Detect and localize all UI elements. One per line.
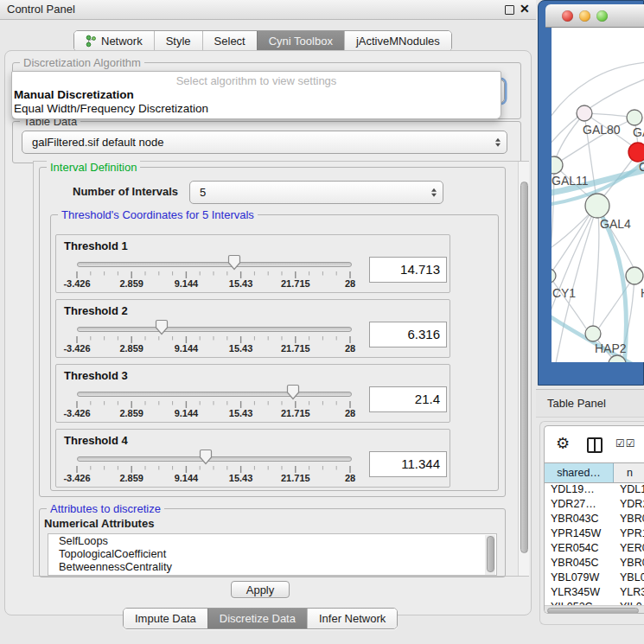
network-node-gal4[interactable] xyxy=(585,194,609,218)
top-tab-bar: NetworkStyleSelectCyni ToolboxjActiveMNo… xyxy=(73,30,452,52)
threshold-label: Threshold 1 xyxy=(64,239,128,252)
tab-label: Style xyxy=(166,35,191,48)
slider-tick-label: 2.859 xyxy=(109,278,154,289)
tab-label: Cyni Toolbox xyxy=(269,35,333,48)
numerical-attributes-label: Numerical Attributes xyxy=(44,517,154,530)
slider-tick-label: 21.715 xyxy=(273,278,318,289)
attribute-item-betweennesscentrality[interactable]: BetweennessCentrality xyxy=(48,560,496,573)
slider-thumb[interactable] xyxy=(199,449,213,465)
tab-label: jActiveMNodules xyxy=(356,35,440,48)
attribute-item-topologicalcoefficient[interactable]: TopologicalCoefficient xyxy=(48,547,496,560)
tab-network[interactable]: Network xyxy=(74,31,154,51)
table-row[interactable]: YLR345WYLR3 xyxy=(545,586,644,601)
network-node-h[interactable] xyxy=(626,267,643,284)
bottom-tab-bar: Impute DataDiscretize DataInfer Network xyxy=(123,608,398,629)
tab-label: Impute Data xyxy=(135,612,196,625)
tab-cyni-toolbox[interactable]: Cyni Toolbox xyxy=(257,31,344,51)
tab-label: Network xyxy=(101,35,143,48)
column-layout-icon[interactable] xyxy=(587,437,603,453)
table-data-combo[interactable]: galFiltered.sif default node xyxy=(22,131,507,154)
panel-title: Control Panel xyxy=(7,3,75,16)
cell-shared-name: YER054C xyxy=(545,542,613,557)
slider-tick-label: 28 xyxy=(328,473,373,483)
network-node-hap2[interactable] xyxy=(585,326,601,341)
threshold-panel-2: Threshold 2-3.4262.8599.14415.4321.71528… xyxy=(55,299,450,358)
vertical-scrollbar[interactable] xyxy=(518,162,529,576)
tab-label: Infer Network xyxy=(319,612,386,625)
threshold-label: Threshold 4 xyxy=(64,434,128,447)
tab-style[interactable]: Style xyxy=(154,31,202,51)
zoom-traffic-light-icon[interactable] xyxy=(596,10,608,22)
attribute-item-selfloops[interactable]: SelfLoops xyxy=(48,534,496,547)
network-node-ga[interactable] xyxy=(627,110,642,125)
num-intervals-combo[interactable]: 5 xyxy=(189,181,443,204)
slider-thumb[interactable] xyxy=(286,384,300,400)
slider-tick-label: 21.715 xyxy=(273,343,318,354)
table-panel-title: Table Panel xyxy=(547,397,606,410)
slider-tick-label: 9.144 xyxy=(163,278,208,289)
horizontal-scrollbar-thumb[interactable] xyxy=(547,608,639,614)
tab-discretize-data[interactable]: Discretize Data xyxy=(207,609,307,628)
minimize-traffic-light-icon[interactable] xyxy=(579,10,590,22)
threshold-value-field[interactable]: 6.316 xyxy=(369,322,447,348)
network-node-label: H xyxy=(641,286,644,300)
gear-icon[interactable]: ⚙ xyxy=(556,434,570,453)
threshold-value-field[interactable]: 11.344 xyxy=(369,451,447,477)
column-header-name[interactable]: n xyxy=(614,463,644,482)
network-node-c[interactable] xyxy=(628,143,644,162)
attributes-scrollbar-thumb[interactable] xyxy=(487,536,494,572)
vertical-scrollbar-thumb[interactable] xyxy=(520,182,528,553)
slider-tick-label: 21.715 xyxy=(273,473,318,483)
table-row[interactable]: YDR27…YDR2 xyxy=(545,498,644,513)
cell-name: YBR0 xyxy=(613,513,644,527)
float-window-icon[interactable] xyxy=(505,5,514,15)
tab-label: Discretize Data xyxy=(220,612,296,625)
select-columns-icon[interactable]: ☑☑ xyxy=(615,437,636,450)
slider-track[interactable] xyxy=(77,262,352,267)
network-window-titlebar[interactable] xyxy=(545,4,644,28)
network-node-gal80[interactable] xyxy=(577,105,592,121)
tab-jactivemnodules[interactable]: jActiveMNodules xyxy=(344,31,451,51)
slider-track[interactable] xyxy=(77,392,352,397)
cell-shared-name: YDR27… xyxy=(545,498,613,513)
attributes-list[interactable]: SelfLoopsTopologicalCoefficientBetweenne… xyxy=(48,533,497,576)
algorithm-option-manual-discretization[interactable]: Manual Discretization xyxy=(12,88,501,102)
table-row[interactable]: YDL19…YDL1 xyxy=(545,483,644,498)
threshold-value-field[interactable]: 21.4 xyxy=(369,386,447,412)
attributes-scrollbar[interactable] xyxy=(485,535,495,575)
network-node-label: GAL80 xyxy=(583,123,621,137)
threshold-label: Threshold 3 xyxy=(64,369,128,382)
tab-impute-data[interactable]: Impute Data xyxy=(124,609,207,628)
network-node-label: HAP2 xyxy=(595,341,627,355)
close-icon[interactable]: ✕ xyxy=(520,2,530,16)
table-row[interactable]: YBR043CYBR0 xyxy=(545,513,644,527)
table-toolbar: ⚙ ☑☑ xyxy=(545,426,644,462)
cell-name: YLR3 xyxy=(613,586,644,601)
tab-infer-network[interactable]: Infer Network xyxy=(307,609,397,628)
apply-button[interactable]: Apply xyxy=(231,581,290,598)
algorithm-option-equal-width-frequency-discretization[interactable]: Equal Width/Frequency Discretization xyxy=(12,102,501,116)
network-canvas[interactable]: GAL80GACGAL11GAL4GCY1HHAP2 xyxy=(552,28,644,362)
slider-tick-label: 15.43 xyxy=(219,278,264,289)
slider-tick-label: 28 xyxy=(328,278,373,289)
close-traffic-light-icon[interactable] xyxy=(562,10,573,22)
slider-thumb[interactable] xyxy=(227,254,241,271)
tab-select[interactable]: Select xyxy=(202,31,257,51)
horizontal-scrollbar[interactable] xyxy=(545,605,644,614)
network-edge xyxy=(552,206,597,322)
table-row[interactable]: YER054CYER0 xyxy=(545,542,644,557)
threshold-label: Threshold 2 xyxy=(64,304,128,317)
slider-track[interactable] xyxy=(77,327,352,332)
slider-thumb[interactable] xyxy=(155,319,169,335)
cell-name: YDR2 xyxy=(613,498,644,513)
cell-name: YER0 xyxy=(613,542,644,557)
network-window[interactable]: GAL80GACGAL11GAL4GCY1HHAP2 xyxy=(538,0,644,386)
column-header-shared-name[interactable]: shared… xyxy=(545,463,614,482)
network-node-gcy1[interactable] xyxy=(552,269,556,283)
threshold-value-field[interactable]: 14.713 xyxy=(369,257,447,283)
table-row[interactable]: YBR045CYBR0 xyxy=(545,557,644,571)
attributes-title: Attributes to discretize xyxy=(47,502,164,515)
slider-track[interactable] xyxy=(77,456,352,462)
table-row[interactable]: YPR145WYPR1 xyxy=(545,527,644,542)
table-row[interactable]: YBL079WYBL0 xyxy=(545,571,644,586)
